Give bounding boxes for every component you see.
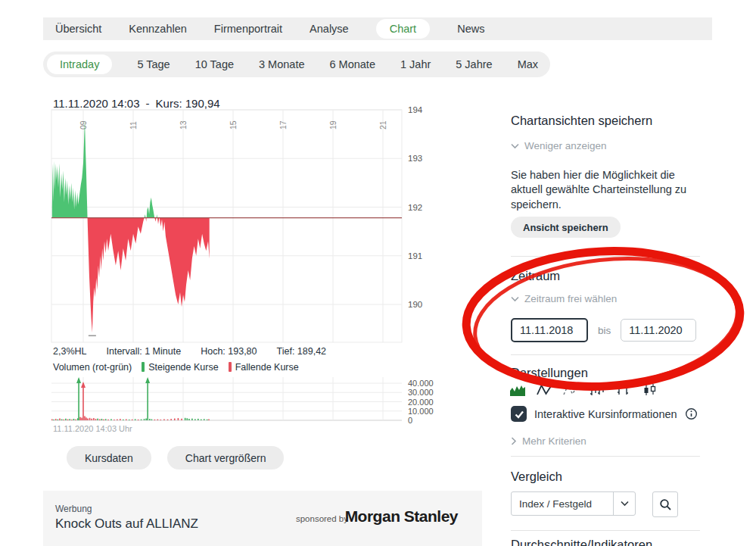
svg-text:13: 13 (179, 120, 188, 129)
vergleich-search-button[interactable] (652, 491, 678, 517)
line-chart-icon[interactable] (536, 382, 552, 398)
morgan-stanley-logo: Morgan Stanley (345, 507, 458, 526)
ohlc-chart-icon[interactable] (615, 382, 632, 398)
nav-tab-analyse[interactable]: Analyse (310, 23, 349, 35)
divider (511, 456, 700, 457)
check-icon (513, 408, 525, 420)
bar-chart-icon[interactable] (589, 382, 605, 398)
ad-sponsored-by: sponsored by (296, 514, 348, 523)
save-views-title: Chartansichten speichern (511, 114, 700, 128)
chart-buttons: Kursdaten Chart vergrößern (67, 446, 284, 470)
period-tab-1-jahr[interactable]: 1 Jahr (400, 58, 431, 70)
stat-range: 2,3%HL (53, 346, 86, 357)
svg-text:192: 192 (408, 203, 422, 212)
dashed-line-chart-icon[interactable] (562, 382, 579, 398)
vergleich-title: Vergleich (511, 470, 700, 484)
indicators-title: Durchschnitte/Indikatoren (511, 538, 700, 546)
chevron-down-icon (621, 501, 629, 507)
bis-label: bis (598, 325, 611, 336)
collapse-link[interactable]: Weniger anzeigen (511, 140, 607, 151)
chevron-right-icon (511, 437, 517, 445)
info-icon[interactable] (685, 407, 698, 420)
stat-high: Hoch: 193,80 (201, 346, 257, 357)
volume-legend-up: Steigende Kurse (148, 362, 218, 373)
area-chart-icon[interactable] (509, 382, 526, 398)
interactive-info-row: Interaktive Kursinformationen (511, 406, 698, 422)
interactive-info-label: Interaktive Kursinformationen (534, 408, 677, 420)
darstellungen-title: Darstellungen (511, 366, 700, 380)
svg-text:11: 11 (129, 121, 138, 129)
nav-tab-firmenportrait[interactable]: Firmenportrait (214, 23, 282, 35)
price-chart[interactable]: 19419319219119009111315171921 (45, 105, 439, 347)
period-tab-max[interactable]: Max (518, 58, 538, 70)
chart-stats: 2,3%HL Intervall: 1 Minute Hoch: 193,80 … (53, 346, 326, 357)
interactive-info-checkbox[interactable] (511, 406, 527, 422)
nav-tab-kennzahlen[interactable]: Kennzahlen (129, 23, 187, 35)
svg-text:30.000: 30.000 (408, 388, 434, 397)
volume-legend-title: Volumen (rot-grün) (53, 362, 132, 373)
period-tab-5-jahre[interactable]: 5 Jahre (456, 58, 492, 70)
vergleich-controls: Index / Festgeld (511, 491, 678, 517)
svg-text:0: 0 (408, 416, 412, 425)
divider (511, 354, 700, 355)
svg-text:15: 15 (229, 120, 238, 129)
svg-text:40.000: 40.000 (408, 379, 434, 388)
period-tab-10-tage[interactable]: 10 Tage (195, 58, 234, 70)
candlestick-chart-icon[interactable] (642, 382, 658, 398)
date-range-row: bis (511, 318, 696, 342)
nav-tab-übersicht[interactable]: Übersicht (55, 23, 101, 35)
period-tab-intraday[interactable]: Intraday (47, 55, 112, 74)
svg-text:20.000: 20.000 (408, 398, 434, 407)
volume-legend-down: Fallende Kurse (235, 362, 299, 373)
svg-text:10.000: 10.000 (408, 407, 434, 416)
chevron-down-icon (511, 143, 519, 149)
svg-text:194: 194 (408, 105, 423, 114)
svg-text:193: 193 (408, 154, 422, 163)
chevron-down-icon (511, 296, 519, 302)
zeitraum-title: Zeitraum (511, 269, 700, 283)
search-icon (659, 498, 672, 511)
svg-text:09: 09 (79, 120, 88, 129)
main-tab-bar: ÜbersichtKennzahlenFirmenportraitAnalyse… (43, 17, 712, 40)
stat-low: Tief: 189,42 (277, 346, 327, 357)
date-from-input[interactable] (511, 318, 588, 342)
chart-type-icons (509, 382, 658, 398)
more-criteria-link[interactable]: Mehr Kriterien (511, 435, 586, 447)
chart-timestamp: 11.11.2020 14:03 Uhr (53, 424, 132, 433)
volume-chart: 40.00030.00020.00010.0000 (45, 373, 439, 427)
svg-text:19: 19 (328, 120, 338, 129)
vergleich-select[interactable]: Index / Festgeld (511, 491, 636, 516)
ad-banner[interactable]: Werbung Knock Outs auf ALLIANZ sponsored… (43, 491, 482, 546)
ad-label: Werbung (55, 504, 92, 514)
svg-text:191: 191 (408, 251, 422, 261)
down-volume-swatch (229, 362, 232, 372)
select-chevron (613, 492, 635, 515)
stat-interval: Intervall: 1 Minute (106, 346, 181, 357)
ad-title: Knock Outs auf ALLIANZ (55, 516, 198, 532)
vergleich-select-value: Index / Festgeld (512, 498, 613, 510)
svg-text:17: 17 (278, 120, 288, 129)
divider (511, 530, 700, 531)
save-view-button[interactable]: Ansicht speichern (511, 217, 621, 238)
free-period-link[interactable]: Zeitraum frei wählen (511, 293, 617, 304)
date-to-input[interactable] (621, 319, 696, 342)
nav-tab-chart[interactable]: Chart (376, 19, 430, 39)
kursdaten-button[interactable]: Kursdaten (67, 446, 151, 470)
svg-text:190: 190 (408, 300, 422, 309)
volume-legend: Volumen (rot-grün) Steigende Kurse Falle… (53, 362, 299, 373)
svg-text:21: 21 (378, 120, 387, 129)
period-tab-bar: Intraday5 Tage10 Tage3 Monate6 Monate1 J… (43, 51, 550, 77)
up-volume-swatch (142, 362, 145, 372)
chart-enlarge-button[interactable]: Chart vergrößern (167, 446, 285, 470)
divider (511, 256, 700, 257)
nav-tab-news[interactable]: News (457, 23, 484, 35)
period-tab-3-monate[interactable]: 3 Monate (259, 58, 304, 70)
period-tab-6-monate[interactable]: 6 Monate (330, 58, 375, 70)
period-tab-5-tage[interactable]: 5 Tage (137, 58, 170, 70)
save-views-description: Sie haben hier die Möglichkeit die aktue… (511, 168, 702, 212)
